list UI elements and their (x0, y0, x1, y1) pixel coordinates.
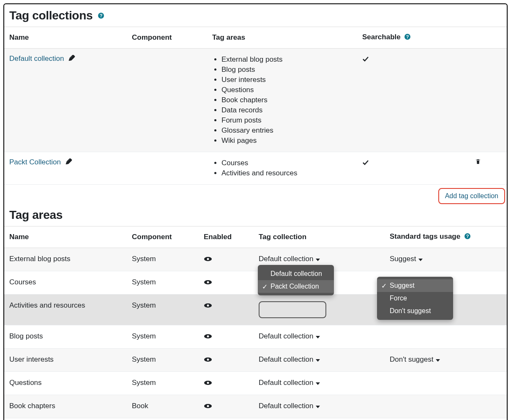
section-title-tag-areas: Tag areas (9, 208, 507, 222)
component-cell (127, 152, 207, 185)
help-icon[interactable] (464, 233, 471, 242)
list-item: Glossary entries (221, 125, 352, 136)
component-cell: System (127, 349, 199, 372)
delete-icon[interactable] (475, 158, 481, 168)
tag-collection-select[interactable]: Default collection (259, 332, 320, 341)
list-item: External blog posts (221, 55, 352, 65)
enabled-toggle-icon[interactable] (204, 256, 212, 264)
list-item: Questions (221, 85, 352, 95)
col-name: Name (4, 226, 127, 248)
caret-down-icon (316, 332, 320, 341)
caret-down-icon (316, 355, 320, 364)
name-cell: Courses (4, 271, 127, 295)
tag-collection-select[interactable]: Default collection (259, 402, 320, 410)
table-row: Data recordsDatabase (4, 418, 507, 420)
component-cell: System (127, 295, 199, 325)
name-cell: Book chapters (4, 395, 127, 418)
enabled-toggle-icon[interactable] (204, 333, 212, 341)
standard-tags-select[interactable]: Suggest (390, 255, 423, 263)
col-std-tags: Standard tags usage (385, 226, 507, 248)
check-icon (362, 159, 370, 167)
tag-collection-select[interactable]: Default collection (259, 255, 320, 263)
col-component: Component (127, 27, 207, 49)
enabled-toggle-icon[interactable] (204, 302, 212, 311)
table-row: User interestsSystemDefault collection D… (4, 349, 507, 372)
enabled-toggle-icon[interactable] (204, 379, 212, 388)
check-icon (362, 55, 370, 64)
name-cell: Blog posts (4, 325, 127, 349)
list-item: Wiki pages (221, 136, 352, 146)
standard-tags-select[interactable]: Don't suggest (390, 355, 440, 364)
caret-down-icon (316, 379, 320, 387)
name-cell: Questions (4, 372, 127, 395)
col-tag-collection: Tag collection (254, 226, 385, 248)
edit-icon[interactable] (68, 55, 75, 64)
col-name: Name (4, 27, 127, 49)
table-row: QuestionsSystemDefault collection (4, 372, 507, 395)
tag-collection-select[interactable] (259, 301, 326, 318)
name-cell: External blog posts (4, 248, 127, 271)
collection-link[interactable]: Packt Collection (9, 158, 61, 166)
component-cell (127, 49, 207, 152)
dropdown-option[interactable]: Suggest (377, 279, 453, 292)
table-row: Packt Collection CoursesActivities and r… (4, 152, 507, 185)
col-searchable: Searchable (357, 27, 454, 49)
col-actions (454, 27, 507, 49)
list-item: Forum posts (221, 115, 352, 125)
name-cell: Activities and resources (4, 295, 127, 325)
component-cell: System (127, 248, 199, 271)
caret-down-icon (436, 355, 440, 364)
tag-collection-dropdown[interactable]: Default collectionPackt Collection (258, 265, 334, 295)
caret-down-icon (418, 255, 423, 263)
component-cell: System (127, 325, 199, 349)
table-row: Book chaptersBookDefault collection (4, 395, 507, 418)
dropdown-option[interactable]: Don't suggest (377, 305, 453, 317)
list-item: Data records (221, 105, 352, 115)
list-item: Blog posts (221, 65, 352, 75)
tag-areas-list: CoursesActivities and resources (212, 158, 352, 178)
col-tag-areas: Tag areas (207, 27, 357, 49)
dropdown-option[interactable]: Force (377, 292, 453, 305)
list-item: Courses (221, 158, 352, 168)
component-cell: Book (127, 395, 199, 418)
col-enabled: Enabled (199, 226, 254, 248)
tag-collection-select[interactable]: Default collection (259, 355, 320, 364)
table-row: Default collection External blog postsBl… (4, 49, 507, 152)
enabled-toggle-icon[interactable] (204, 279, 212, 287)
help-icon[interactable] (404, 33, 411, 42)
collection-link[interactable]: Default collection (9, 55, 64, 63)
component-cell: Database (127, 418, 199, 420)
enabled-toggle-icon[interactable] (204, 403, 212, 411)
tag-collections-table: Name Component Tag areas Searchable Defa… (4, 27, 507, 185)
component-cell: System (127, 271, 199, 295)
section-title-tag-collections: Tag collections (9, 8, 507, 22)
tag-areas-list: External blog postsBlog postsUser intere… (212, 55, 352, 146)
add-tag-collection-button[interactable]: Add tag collection (438, 188, 505, 204)
tag-collection-select[interactable]: Default collection (259, 379, 320, 387)
list-item: User interests (221, 75, 352, 85)
list-item: Activities and resources (221, 168, 352, 178)
table-row: Blog postsSystemDefault collection (4, 325, 507, 349)
component-cell: System (127, 372, 199, 395)
dropdown-option[interactable]: Packt Collection (258, 280, 334, 293)
help-icon[interactable] (98, 8, 104, 22)
enabled-toggle-icon[interactable] (204, 356, 212, 365)
caret-down-icon (316, 402, 320, 410)
tag-areas-table: Name Component Enabled Tag collection St… (4, 226, 507, 420)
standard-tags-dropdown[interactable]: SuggestForceDon't suggest (377, 277, 453, 320)
list-item: Book chapters (221, 95, 352, 105)
table-row: External blog postsSystemDefault collect… (4, 248, 507, 271)
dropdown-option[interactable]: Default collection (258, 267, 334, 280)
caret-down-icon (316, 255, 320, 263)
edit-icon[interactable] (66, 158, 72, 167)
col-component: Component (127, 226, 199, 248)
name-cell: Data records (4, 418, 127, 420)
name-cell: User interests (4, 349, 127, 372)
